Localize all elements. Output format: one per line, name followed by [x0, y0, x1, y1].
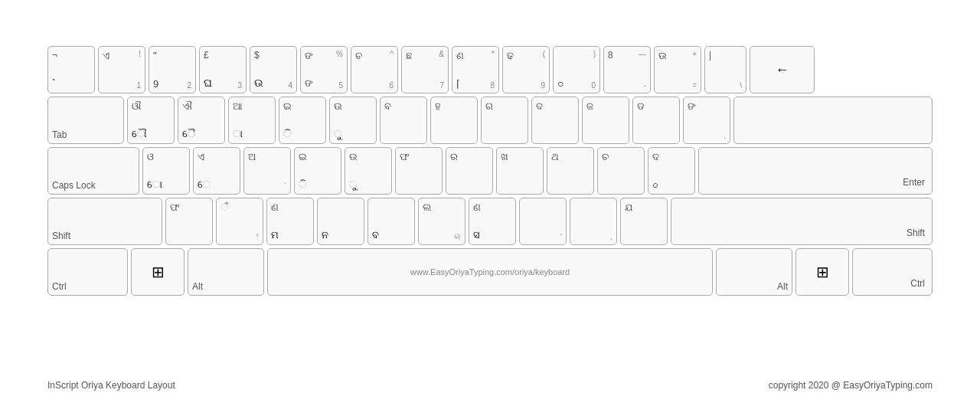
- key-shift-left[interactable]: Shift: [47, 198, 162, 245]
- key-semicolon[interactable]: ଚ: [597, 147, 645, 195]
- shift-right-label: Shift: [903, 224, 928, 241]
- row-shift: Shift ଫ ଁ ° ଣ ମ ନ: [47, 198, 933, 245]
- key-space[interactable]: www.EasyOriyaTyping.com/oriya/keyboard: [267, 248, 713, 296]
- key-bracket-right[interactable]: ଙ .: [683, 97, 730, 144]
- key-u[interactable]: ହ: [430, 97, 478, 144]
- key-2[interactable]: " 92: [149, 46, 196, 93]
- key-h[interactable]: ଫ: [395, 147, 443, 195]
- row-bottom: Ctrl ⊞ Alt www.EasyOriyaTyping.com/oriya…: [47, 248, 933, 296]
- key-p[interactable]: ଜ: [582, 97, 629, 144]
- key-l[interactable]: ଥ: [547, 147, 594, 195]
- key-s[interactable]: ଏ େ: [193, 147, 240, 195]
- key-q[interactable]: ଔ ୌ: [127, 97, 175, 144]
- key-v[interactable]: ନ: [317, 198, 364, 245]
- tab-label: Tab: [52, 129, 67, 140]
- footer: InScript Oriya Keyboard Layout copyright…: [47, 380, 933, 391]
- key-7[interactable]: ଛ& 7: [401, 46, 449, 93]
- key-0[interactable]: ) ○0: [553, 46, 600, 93]
- alt-left-label: Alt: [192, 281, 203, 292]
- row-qwerty: Tab ଔ ୌ ଐ ୈ ଆ ା ଇ ି: [47, 97, 933, 144]
- key-backspace[interactable]: ←: [750, 46, 815, 93]
- key-enter-top[interactable]: [733, 97, 933, 144]
- key-comma[interactable]: ': [519, 198, 567, 245]
- ctrl-right-label: Ctrl: [907, 275, 928, 292]
- key-j[interactable]: ର: [446, 147, 493, 195]
- win-right-icon: ⊞: [816, 263, 829, 281]
- backspace-arrow-icon: ←: [754, 50, 810, 90]
- key-alt-right[interactable]: Alt: [716, 248, 792, 296]
- caps-lock-label: Caps Lock: [52, 180, 96, 191]
- key-quote[interactable]: ଦ ○: [648, 147, 695, 195]
- key-r[interactable]: ଇ ି: [279, 97, 326, 144]
- key-y[interactable]: ବ: [380, 97, 427, 144]
- key-b[interactable]: ବ: [368, 198, 415, 245]
- key-slash[interactable]: ଯ: [620, 198, 668, 245]
- key-m[interactable]: ଣ ସ: [469, 198, 516, 245]
- key-shift-right[interactable]: Shift: [671, 198, 933, 245]
- win-left-icon: ⊞: [152, 263, 165, 281]
- footer-left: InScript Oriya Keyboard Layout: [47, 380, 175, 391]
- key-win-right[interactable]: ⊞: [795, 248, 849, 296]
- key-equals[interactable]: ଉ+ =: [654, 46, 701, 93]
- key-4[interactable]: $ ଉ4: [250, 46, 297, 93]
- key-bracket-left[interactable]: ଡ: [632, 97, 680, 144]
- key-enter[interactable]: Enter: [698, 147, 933, 195]
- enter-label: Enter: [900, 174, 928, 191]
- key-ctrl-right[interactable]: Ctrl: [852, 248, 933, 296]
- key-6[interactable]: ଚ^ 6: [351, 46, 398, 93]
- key-d[interactable]: ଅ ‍`: [243, 147, 291, 195]
- key-minus[interactable]: 8— -: [603, 46, 651, 93]
- key-backtick[interactable]: ¬ `: [47, 46, 95, 93]
- space-url: www.EasyOriyaTyping.com/oriya/keyboard: [410, 267, 570, 277]
- key-a[interactable]: ଓ ୋ: [142, 147, 190, 195]
- key-1[interactable]: ଏ! 1: [98, 46, 145, 93]
- ctrl-left-label: Ctrl: [52, 281, 67, 292]
- row-numbers: ¬ ` ଏ! 1 " 92 £ ଘ3 $ ଉ4: [47, 46, 933, 93]
- row-asdf: Caps Lock ଓ ୋ ଏ େ ଅ ‍` ଇ ି: [47, 147, 933, 195]
- keyboard: ¬ ` ଏ! 1 " 92 £ ଘ3 $ ଉ4: [47, 46, 933, 299]
- key-i[interactable]: ଗ: [481, 97, 528, 144]
- key-z[interactable]: ଫ: [165, 198, 213, 245]
- key-9[interactable]: ଢ( 9: [502, 46, 550, 93]
- key-k[interactable]: ଖ: [496, 147, 544, 195]
- key-c[interactable]: ଣ ମ: [266, 198, 314, 245]
- key-backslash[interactable]: | \: [704, 46, 746, 93]
- key-period[interactable]: .: [570, 198, 617, 245]
- key-e[interactable]: ଆ ା: [228, 97, 276, 144]
- alt-right-label: Alt: [777, 281, 788, 292]
- key-caps-lock[interactable]: Caps Lock: [47, 147, 139, 195]
- key-win-left[interactable]: ⊞: [131, 248, 185, 296]
- key-t[interactable]: ଉ ୁ: [329, 97, 377, 144]
- key-8[interactable]: ଣ* ⌈8: [452, 46, 499, 93]
- key-n[interactable]: ଲ ଲ: [418, 198, 466, 245]
- key-w[interactable]: ଐ ୈ: [178, 97, 225, 144]
- key-3[interactable]: £ ଘ3: [199, 46, 247, 93]
- key-f[interactable]: ଇ ି: [294, 147, 341, 195]
- key-tab[interactable]: Tab: [47, 97, 124, 144]
- key-ctrl-left[interactable]: Ctrl: [47, 248, 128, 296]
- key-g[interactable]: ଉ ୁ: [345, 147, 392, 195]
- footer-right: copyright 2020 @ EasyOriyaTyping.com: [769, 380, 933, 391]
- key-o[interactable]: ଦ: [531, 97, 579, 144]
- key-x[interactable]: ଁ °: [216, 198, 263, 245]
- shift-left-label: Shift: [52, 231, 70, 241]
- key-5[interactable]: ଙ% ଙ5: [300, 46, 348, 93]
- key-alt-left[interactable]: Alt: [188, 248, 264, 296]
